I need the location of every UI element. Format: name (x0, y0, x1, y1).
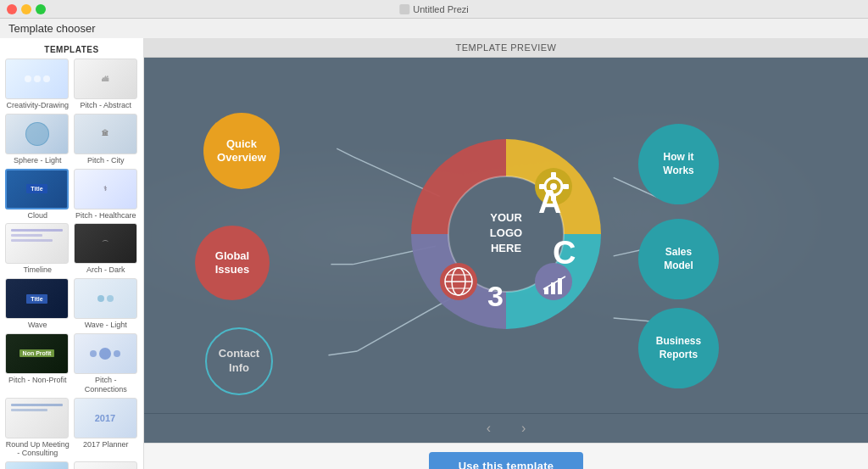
window-title: Untitled Prezi (399, 4, 468, 14)
bubble-how-it-works[interactable]: How itWorks (638, 124, 719, 204)
bottom-bar: Use this template (144, 443, 868, 469)
template-cloud[interactable]: Title Cloud (5, 169, 70, 221)
template-thumb-sphere-light (5, 114, 69, 154)
template-label-pitch-healthcare: Pitch - Healthcare (74, 211, 139, 221)
template-thumb-pitch-abstract: 🏙 (74, 59, 137, 99)
template-nonprofit[interactable]: Non Profit Pitch - Non-Profit (5, 333, 70, 394)
template-thumb-around (5, 461, 69, 469)
template-thumb-wave: Title (5, 278, 69, 319)
svg-text:A: A (538, 184, 561, 220)
app-container: TEMPLATES Creativity-Drawing (0, 38, 868, 469)
template-label-wave-light: Wave - Light (74, 321, 139, 330)
svg-text:3: 3 (487, 280, 504, 312)
template-thumb-roundup (5, 398, 69, 438)
template-thumb-wave-light (74, 278, 137, 319)
template-label-cloud: Cloud (5, 211, 70, 221)
minimize-button[interactable] (21, 4, 31, 14)
template-pitch-abstract[interactable]: 🏙 Pitch - Abstract (74, 59, 139, 110)
template-thumb-connections (74, 333, 137, 374)
template-thumb-timeline (5, 223, 69, 264)
bubble-sales-model[interactable]: SalesModel (638, 219, 719, 299)
template-roundup[interactable]: Round Up Meeting - Consulting (5, 398, 70, 459)
template-creativity[interactable]: Creativity-Drawing (5, 59, 70, 110)
preview-area: A C 3 YOUR LOGO HERE QuickOverview Globa… (144, 58, 868, 413)
svg-text:LOGO: LOGO (490, 226, 522, 239)
template-label-planner: 2017 Planner (74, 440, 139, 449)
next-arrow[interactable]: › (515, 419, 532, 438)
svg-rect-22 (551, 172, 556, 178)
bubble-quick-overview[interactable]: QuickOverview (203, 113, 280, 189)
template-label-wave: Wave (5, 321, 70, 330)
preview-header: TEMPLATE PREVIEW (144, 38, 868, 58)
svg-text:C: C (553, 235, 576, 271)
bubble-business-reports[interactable]: BusinessReports (638, 308, 719, 388)
template-sphere-linear[interactable]: Sphere Linear - Light (74, 461, 139, 469)
template-label-pitch-abstract: Pitch - Abstract (74, 101, 139, 110)
template-thumb-arch-dark: ⌒ (74, 223, 137, 264)
template-timeline[interactable]: Timeline (5, 223, 70, 275)
template-arch-dark[interactable]: ⌒ Arch - Dark (74, 223, 139, 275)
prev-arrow[interactable]: ‹ (480, 419, 498, 438)
template-label-arch-dark: Arch - Dark (74, 265, 139, 275)
maximize-button[interactable] (36, 4, 46, 14)
template-label-timeline: Timeline (5, 265, 70, 275)
template-label-nonprofit: Pitch - Non-Profit (5, 376, 70, 385)
template-thumb-cloud: Title (5, 169, 69, 209)
template-connections[interactable]: Pitch - Connections (74, 333, 139, 394)
nav-arrows: ‹ › (144, 413, 868, 443)
templates-grid: Creativity-Drawing 🏙 Pitch - Abstract Sp… (0, 59, 143, 469)
template-thumb-pitch-city: 🏛 (74, 114, 137, 154)
svg-text:HERE: HERE (491, 242, 521, 254)
template-around[interactable]: Around a Topic (5, 461, 70, 469)
template-label-creativity: Creativity-Drawing (5, 101, 70, 110)
template-pitch-healthcare[interactable]: ⚕ Pitch - Healthcare (74, 169, 139, 221)
template-planner[interactable]: 2017 2017 Planner (74, 398, 139, 459)
traffic-lights (7, 4, 46, 14)
bubble-contact-info[interactable]: ContactInfo (205, 327, 273, 395)
templates-section-label: TEMPLATES (0, 38, 143, 59)
template-thumb-sphere-linear (74, 461, 137, 469)
svg-text:YOUR: YOUR (490, 211, 522, 224)
svg-rect-25 (563, 184, 569, 189)
pie-chart-container: A C 3 YOUR LOGO HERE (387, 115, 625, 356)
app-title: Template chooser (0, 19, 868, 38)
template-thumb-creativity (5, 59, 69, 99)
template-thumb-pitch-healthcare: ⚕ (74, 169, 137, 209)
template-label-sphere-light: Sphere - Light (5, 156, 70, 165)
main-content: TEMPLATE PREVIEW (144, 38, 868, 469)
template-label-roundup: Round Up Meeting - Consulting (5, 440, 70, 459)
close-button[interactable] (7, 4, 17, 14)
template-pitch-city[interactable]: 🏛 Pitch - City (74, 114, 139, 165)
template-sphere-light[interactable]: Sphere - Light (5, 114, 70, 165)
template-label-connections: Pitch - Connections (74, 376, 139, 394)
template-label-pitch-city: Pitch - City (74, 156, 139, 165)
use-template-button[interactable]: Use this template (429, 452, 584, 469)
bubble-global-issues[interactable]: GlobalIssues (195, 226, 270, 300)
template-thumb-planner: 2017 (74, 398, 137, 438)
template-wave-light[interactable]: Wave - Light (74, 278, 139, 330)
template-wave[interactable]: Title Wave (5, 278, 70, 330)
template-thumb-nonprofit: Non Profit (5, 333, 69, 374)
title-bar: Untitled Prezi (0, 0, 868, 19)
prezi-icon (399, 4, 409, 14)
pie-chart-svg: A C 3 YOUR LOGO HERE (387, 115, 625, 353)
sidebar: TEMPLATES Creativity-Drawing (0, 38, 144, 469)
